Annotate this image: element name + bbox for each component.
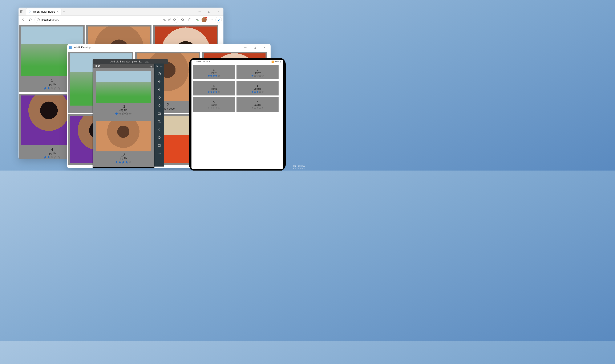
emulator-minimize-icon[interactable]: — <box>160 65 162 68</box>
svg-point-11 <box>198 20 199 21</box>
android-time: 11:42 <box>95 65 100 67</box>
photo-card[interactable]: 2.jpg file <box>237 65 279 79</box>
close-button[interactable]: ✕ <box>214 8 223 15</box>
svg-rect-0 <box>21 10 23 13</box>
photo-subtitle: .jpg file <box>239 88 276 90</box>
tabactions-icon[interactable] <box>18 8 25 15</box>
winui-title: WinUI Desktop <box>74 46 91 49</box>
ipad-device: 9:53 AM Thu Jun 8 📶 100% ▮ 1.jpg file 2.… <box>189 58 286 170</box>
android-frame: 11:42 ▾◢ _1 .jpg file <box>93 64 154 168</box>
rating-stars[interactable] <box>97 112 150 115</box>
photo-card[interactable]: 3.jpg file <box>193 81 235 95</box>
browser-tab[interactable]: UnoSimplePhotos ✕ <box>26 8 61 15</box>
rating-stars[interactable] <box>239 91 276 93</box>
address-bar[interactable]: localhost:5000 A)) <box>35 17 178 23</box>
minimize-button[interactable]: — <box>241 44 250 52</box>
minimize-button[interactable]: — <box>195 8 204 15</box>
site-info-icon[interactable] <box>37 18 40 21</box>
svg-rect-5 <box>163 19 164 20</box>
rotate-left-icon[interactable] <box>156 95 162 101</box>
favorite-icon[interactable] <box>173 18 176 21</box>
svg-rect-15 <box>158 104 160 107</box>
rotate-right-icon[interactable] <box>156 103 162 108</box>
ipad-content: 1.jpg file 2.jpg file 3.jpg file 4.jpg f… <box>191 64 283 113</box>
ipad-statusbar: 9:53 AM Thu Jun 8 📶 100% ▮ <box>191 60 283 64</box>
volume-down-icon[interactable] <box>156 87 162 92</box>
rating-stars[interactable] <box>195 91 232 93</box>
rating-stars[interactable] <box>97 161 150 164</box>
photo-card[interactable]: _1 .jpg file <box>94 69 152 118</box>
screenshot-icon[interactable] <box>156 111 162 117</box>
svg-point-17 <box>159 113 160 114</box>
photo-card[interactable]: 6.jpg file <box>237 97 279 112</box>
tab-favicon-icon <box>28 10 31 13</box>
ipad-battery: 📶 100% ▮ <box>271 61 281 63</box>
photo-subtitle: .jpg file <box>239 104 276 106</box>
power-icon[interactable] <box>156 71 162 77</box>
maximize-button[interactable]: ▢ <box>204 8 214 15</box>
volume-up-icon[interactable] <box>156 79 162 85</box>
favorites-button[interactable] <box>180 17 186 23</box>
android-emulator: Android Emulator - pixel_3a_-_ap... 11:4… <box>93 59 168 169</box>
zoom-icon[interactable] <box>156 119 162 125</box>
rating-stars[interactable] <box>195 107 232 109</box>
emulator-title[interactable]: Android Emulator - pixel_3a_-_ap... <box>93 59 168 64</box>
svg-point-4 <box>38 19 39 19</box>
rating-stars[interactable] <box>239 75 276 77</box>
photo-subtitle: .jpg file <box>97 157 150 160</box>
readaloud-icon[interactable]: A)) <box>168 18 171 21</box>
android-signal-icon: ▾◢ <box>150 65 152 67</box>
photo-title: 4 <box>239 84 276 88</box>
photo-thumbnail <box>96 121 151 151</box>
nav-overview-icon[interactable] <box>156 143 162 148</box>
tab-title: UnoSimplePhotos <box>33 10 55 13</box>
photo-card[interactable]: _2 .jpg file <box>94 119 152 166</box>
photo-subtitle: .jpg file <box>195 71 232 74</box>
svg-line-19 <box>160 122 160 123</box>
profile-button[interactable] <box>201 17 207 23</box>
android-statusbar: 11:42 ▾◢ <box>93 64 154 68</box>
rating-stars[interactable] <box>195 75 232 77</box>
svg-rect-6 <box>165 19 166 20</box>
photo-subtitle: .jpg file <box>97 108 150 111</box>
collections-button[interactable] <box>187 17 193 23</box>
nav-home-icon[interactable] <box>156 135 162 141</box>
photo-subtitle: .jpg file <box>195 88 232 90</box>
more-icon[interactable]: ⋯ <box>156 151 162 156</box>
emulator-toolbar: ✕— ⋯ <box>154 64 164 167</box>
maximize-button[interactable]: ▢ <box>250 44 259 52</box>
edge-toolbar: localhost:5000 A)) ⋯ <box>18 15 223 24</box>
photo-title: 2 <box>239 68 276 71</box>
photo-thumbnail <box>96 71 151 103</box>
android-screen: 11:42 ▾◢ _1 .jpg file <box>93 64 154 167</box>
back-button[interactable] <box>20 17 26 23</box>
performance-button[interactable] <box>194 17 200 23</box>
extensions-icon[interactable] <box>163 18 166 21</box>
photo-card[interactable]: 4.jpg file <box>237 81 279 95</box>
rating-stars[interactable] <box>239 107 276 109</box>
tab-close-icon[interactable]: ✕ <box>57 10 59 13</box>
photo-title: _1 <box>97 105 150 108</box>
photo-subtitle: .jpg file <box>195 104 232 106</box>
winui-app-icon <box>69 46 72 49</box>
watermark: der Preview 30526-1341 <box>291 164 306 170</box>
photo-subtitle: .jpg file <box>239 71 276 74</box>
address-host: localhost:5000 <box>41 18 59 21</box>
ipad-screen: 9:53 AM Thu Jun 8 📶 100% ▮ 1.jpg file 2.… <box>191 60 283 169</box>
bing-button[interactable] <box>215 17 222 23</box>
svg-point-22 <box>158 136 160 139</box>
svg-rect-14 <box>158 96 160 99</box>
nav-back-icon[interactable] <box>156 127 162 132</box>
winui-titlebar: WinUI Desktop — ▢ ✕ <box>67 44 271 51</box>
more-button[interactable]: ⋯ <box>208 17 214 23</box>
emulator-close-icon[interactable]: ✕ <box>156 65 158 68</box>
refresh-button[interactable] <box>27 17 33 23</box>
photo-title: _2 <box>97 153 150 157</box>
photo-title: 1 <box>195 68 232 71</box>
photo-card[interactable]: 1.jpg file <box>193 65 235 79</box>
svg-rect-23 <box>158 144 160 147</box>
new-tab-button[interactable]: + <box>63 9 66 14</box>
photo-card[interactable]: 5.jpg file <box>193 97 235 112</box>
edge-titlebar: UnoSimplePhotos ✕ + — ▢ ✕ <box>18 8 223 15</box>
close-button[interactable]: ✕ <box>259 44 269 52</box>
